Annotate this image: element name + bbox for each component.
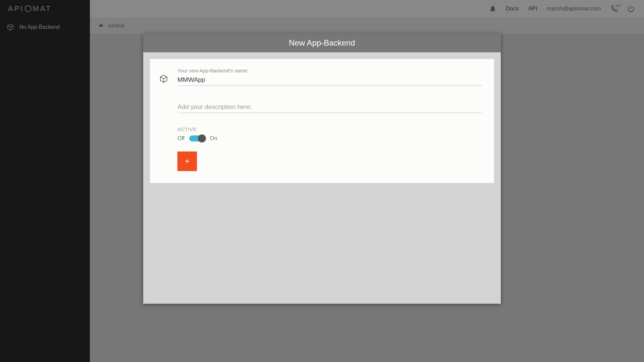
description-field-block bbox=[177, 102, 482, 113]
active-section: ACTIVE Off On + bbox=[177, 126, 482, 171]
toggle-off-label: Off bbox=[177, 135, 184, 141]
name-field-label: Your new App-Backend's name: bbox=[177, 68, 482, 73]
toggle-on-label: On bbox=[210, 135, 217, 141]
modal-body: Your new App-Backend's name: ACTIVE Off … bbox=[150, 59, 494, 183]
active-label: ACTIVE bbox=[177, 126, 482, 132]
modal-body-outer: Your new App-Backend's name: ACTIVE Off … bbox=[143, 52, 501, 190]
cube-icon bbox=[159, 68, 169, 171]
modal-fields: Your new App-Backend's name: ACTIVE Off … bbox=[177, 68, 482, 171]
active-toggle-row: Off On bbox=[177, 135, 482, 141]
new-backend-modal: New App-Backend Your new App-Backend's n… bbox=[143, 34, 501, 304]
active-toggle[interactable] bbox=[189, 135, 205, 141]
backend-name-input[interactable] bbox=[177, 75, 482, 86]
plus-icon: + bbox=[185, 157, 190, 166]
backend-description-input[interactable] bbox=[177, 102, 482, 113]
modal-title: New App-Backend bbox=[143, 34, 501, 52]
create-backend-button[interactable]: + bbox=[177, 152, 197, 171]
name-field-block: Your new App-Backend's name: bbox=[177, 68, 482, 86]
modal-footer-spacer bbox=[143, 190, 501, 304]
toggle-knob bbox=[198, 134, 206, 142]
